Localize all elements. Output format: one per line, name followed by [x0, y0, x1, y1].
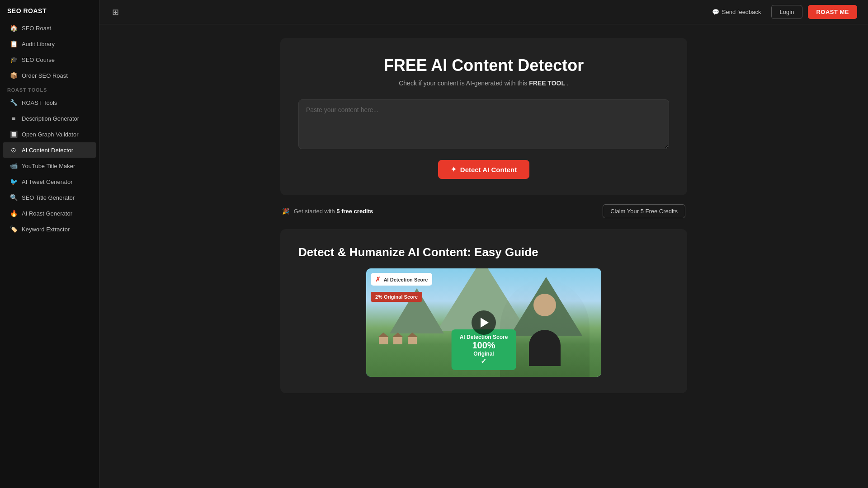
description-generator-label: Description Generator [22, 115, 79, 122]
person-head [533, 294, 556, 316]
description-generator-icon: ≡ [10, 115, 17, 122]
sidebar-item-keyword-extractor[interactable]: 🏷️ Keyword Extractor [3, 221, 96, 237]
login-button[interactable]: Login [771, 5, 803, 19]
sidebar-item-seo-roast[interactable]: 🏠 SEO Roast [3, 20, 96, 36]
credits-emoji: 🎉 [282, 208, 289, 215]
houses-group [378, 333, 418, 344]
feedback-icon: 💬 [712, 9, 719, 15]
house-2 [392, 333, 403, 344]
ai-detector-card: FREE AI Content Detector Check if your c… [280, 38, 687, 195]
overlay-red-label: 2% Original Score [375, 294, 418, 300]
nav-section: 🏠 SEO Roast 📋 Audit Library 🎓 SEO Course… [0, 20, 99, 84]
sidebar-item-description-generator[interactable]: ≡ Description Generator [3, 111, 96, 126]
video-thumbnail: ✗ AI Detection Score 2% Original Score A… [366, 268, 601, 377]
ai-tweet-generator-label: AI Tweet Generator [22, 178, 73, 185]
sidebar-toggle-button[interactable]: ⊞ [110, 5, 121, 19]
credits-highlight: 5 free credits [336, 208, 373, 215]
seo-course-label: SEO Course [22, 56, 55, 63]
seo-title-generator-icon: 🔍 [10, 194, 17, 201]
sidebar-item-audit-library[interactable]: 📋 Audit Library [3, 36, 96, 52]
detect-ai-content-button[interactable]: ✦ Detect AI Content [438, 160, 529, 179]
house-roof-2 [392, 333, 403, 337]
keyword-extractor-label: Keyword Extractor [22, 226, 70, 233]
play-button[interactable] [472, 310, 496, 335]
x-mark-icon: ✗ [375, 276, 381, 283]
keyword-extractor-icon: 🏷️ [10, 225, 17, 233]
detect-btn-label: Detect AI Content [460, 166, 517, 174]
detect-btn-icon: ✦ [451, 165, 457, 174]
card-subtitle: Check if your content is AI-generated wi… [298, 80, 669, 87]
detect-btn-wrapper: ✦ Detect AI Content [298, 160, 669, 179]
sidebar-item-ai-roast-generator[interactable]: 🔥 AI Roast Generator [3, 206, 96, 221]
roast-tools-icon: 🔧 [10, 99, 17, 106]
seo-roast-label: SEO Roast [22, 25, 51, 32]
overlay-green-label2: Original [460, 351, 508, 357]
feedback-label: Send feedback [722, 9, 761, 15]
credits-bar: 🎉 Get started with 5 free credits Claim … [280, 204, 687, 218]
claim-credits-button[interactable]: Claim Your 5 Free Credits [603, 204, 685, 218]
audit-library-label: Audit Library [22, 41, 55, 47]
person-body [529, 330, 561, 366]
roast-me-button[interactable]: ROAST ME [808, 5, 857, 19]
sidebar-item-open-graph-validator[interactable]: 🔲 Open Graph Validator [3, 127, 96, 142]
thumbnail-overlay-top: ✗ AI Detection Score [371, 273, 432, 286]
roast-tools-label: ROAST Tools [22, 99, 57, 106]
subtitle-prefix: Check if your content is AI-generated wi… [399, 80, 527, 87]
order-seo-roast-icon: 📦 [10, 72, 17, 79]
open-graph-validator-label: Open Graph Validator [22, 131, 79, 138]
house-1 [378, 333, 389, 344]
overlay-green-pct: 100% [460, 340, 508, 351]
seo-title-generator-label: SEO Title Generator [22, 194, 75, 201]
credits-prefix: Get started with [294, 208, 335, 215]
tools-section: 🔧 ROAST Tools ≡ Description Generator 🔲 … [0, 94, 99, 237]
sidebar-item-seo-course[interactable]: 🎓 SEO Course [3, 52, 96, 67]
ai-tweet-generator-icon: 🐦 [10, 178, 17, 185]
sidebar-item-youtube-title-maker[interactable]: 📹 YouTube Title Maker [3, 158, 96, 174]
sidebar-item-ai-tweet-generator[interactable]: 🐦 AI Tweet Generator [3, 174, 96, 189]
house-body-2 [393, 337, 402, 344]
seo-roast-icon: 🏠 [10, 24, 17, 32]
overlay-green-label1: AI Detection Score [460, 334, 508, 340]
ai-roast-generator-icon: 🔥 [10, 210, 17, 217]
youtube-title-maker-label: YouTube Title Maker [22, 163, 75, 169]
header-left: ⊞ [110, 5, 121, 19]
overlay-top-label: AI Detection Score [384, 277, 428, 282]
order-seo-roast-label: Order SEO Roast [22, 72, 68, 79]
main-area: ⊞ 💬 Send feedback Login ROAST ME FREE AI… [99, 0, 868, 488]
credits-text: 🎉 Get started with 5 free credits [282, 208, 373, 215]
subtitle-suffix: . [567, 80, 569, 87]
subtitle-highlight: FREE TOOL [529, 80, 565, 87]
house-body-1 [379, 337, 388, 344]
house-3 [407, 333, 418, 344]
house-body-3 [408, 337, 417, 344]
brand-logo: SEO ROAST [0, 0, 99, 20]
video-title: Detect & Humanize AI Content: Easy Guide [298, 245, 669, 259]
roast-tools-section-label: ROAST Tools [0, 84, 99, 94]
sidebar-item-ai-content-detector[interactable]: ⊙ AI Content Detector [3, 142, 96, 158]
card-title: FREE AI Content Detector [298, 56, 669, 75]
seo-course-icon: 🎓 [10, 56, 17, 63]
youtube-title-maker-icon: 📹 [10, 162, 17, 169]
ai-content-detector-icon: ⊙ [10, 146, 17, 154]
sidebar: SEO ROAST 🏠 SEO Roast 📋 Audit Library 🎓 … [0, 0, 99, 488]
header-right: 💬 Send feedback Login ROAST ME [708, 5, 857, 19]
audit-library-icon: 📋 [10, 40, 17, 47]
checkmark-icon: ✓ [460, 357, 508, 366]
thumbnail-overlay-green: AI Detection Score 100% Original ✓ [452, 329, 516, 370]
house-roof-1 [378, 333, 389, 337]
send-feedback-button[interactable]: 💬 Send feedback [708, 6, 766, 18]
ai-content-detector-label: AI Content Detector [22, 147, 73, 154]
header: ⊞ 💬 Send feedback Login ROAST ME [99, 0, 868, 24]
content-input[interactable] [298, 99, 669, 149]
page-content: FREE AI Content Detector Check if your c… [99, 24, 868, 488]
sidebar-item-seo-title-generator[interactable]: 🔍 SEO Title Generator [3, 190, 96, 205]
video-card: Detect & Humanize AI Content: Easy Guide [280, 229, 687, 393]
sidebar-item-order-seo-roast[interactable]: 📦 Order SEO Roast [3, 68, 96, 83]
thumbnail-overlay-red: 2% Original Score [371, 292, 422, 302]
open-graph-validator-icon: 🔲 [10, 131, 17, 138]
ai-roast-generator-label: AI Roast Generator [22, 210, 72, 217]
sidebar-item-roast-tools[interactable]: 🔧 ROAST Tools [3, 95, 96, 110]
house-roof-3 [407, 333, 418, 337]
